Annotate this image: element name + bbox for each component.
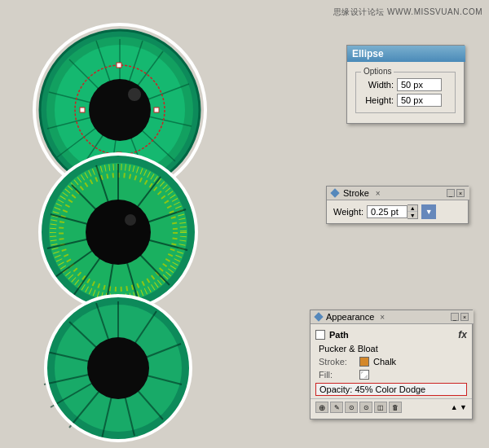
appearance-minimize-btn[interactable]: _ xyxy=(451,313,459,321)
appearance-panel: Appearance × _ × Path fx Pucker & Bloat … xyxy=(310,310,473,419)
svg-point-24 xyxy=(128,88,141,101)
pucker-row: Pucker & Bloat xyxy=(311,342,472,355)
svg-rect-18 xyxy=(154,108,159,112)
stroke-tab-diamond xyxy=(330,188,339,197)
path-color-swatch xyxy=(315,330,325,340)
stroke-body: Weight: ▲ ▼ ▼ xyxy=(327,200,468,223)
appearance-close-btn[interactable]: × xyxy=(460,313,469,321)
stroke-weight-label: Weight: xyxy=(333,207,363,217)
footer-icon-5[interactable]: ◫ xyxy=(374,402,387,413)
appearance-win-controls: _ × xyxy=(450,313,469,321)
footer-icon-6[interactable]: 🗑 xyxy=(389,402,402,413)
options-label: Options xyxy=(361,67,394,76)
appearance-close[interactable]: × xyxy=(380,313,385,322)
footer-icons: ⊕ ✎ ⊙ ⊙ ◫ 🗑 xyxy=(315,402,402,413)
footer-icon-4[interactable]: ⊙ xyxy=(359,402,372,413)
footer-icon-3[interactable]: ⊙ xyxy=(345,402,358,413)
ellipse-panel: Ellipse Options Width: Height: xyxy=(346,45,465,124)
ellipse-panel-title: Ellipse xyxy=(347,46,465,62)
height-label: Height: xyxy=(361,95,394,105)
appearance-title-text: Appearance xyxy=(326,312,374,322)
stroke-close-btn[interactable]: × xyxy=(456,189,465,197)
stroke-win-controls: _ × xyxy=(446,189,465,197)
stroke-close[interactable]: × xyxy=(376,189,381,198)
width-label: Width: xyxy=(361,80,394,90)
stroke-panel: Stroke × _ × Weight: ▲ ▼ ▼ xyxy=(326,186,469,224)
stroke-title-text: Stroke xyxy=(343,188,369,198)
appearance-tab: Appearance × xyxy=(315,312,385,322)
stroke-panel-titlebar: Stroke × _ × xyxy=(327,187,469,200)
svg-rect-19 xyxy=(117,63,121,68)
svg-rect-20 xyxy=(80,108,85,112)
appearance-footer: ⊕ ✎ ⊙ ⊙ ◫ 🗑 ▲ ▼ xyxy=(311,398,472,415)
options-group: Options Width: Height: xyxy=(355,72,456,113)
opacity-label: Opacity: 45% Color Dodge xyxy=(319,384,425,394)
svg-point-64 xyxy=(87,337,149,399)
eye-2-svg xyxy=(33,151,204,314)
footer-icon-2[interactable]: ✎ xyxy=(330,402,343,413)
svg-point-46 xyxy=(125,214,136,226)
panel-scroll-arrows: ▲ ▼ xyxy=(451,403,467,411)
pucker-label: Pucker & Bloat xyxy=(319,344,378,354)
fill-appearance-label: Fill: xyxy=(319,370,355,380)
path-label: Path xyxy=(329,330,349,340)
eye-3-container xyxy=(33,293,204,446)
appearance-diamond xyxy=(314,312,323,321)
fill-appearance-row: Fill: xyxy=(311,368,472,381)
stroke-appearance-value: Chalk xyxy=(373,357,396,367)
ellipse-title-text: Ellipse xyxy=(352,48,384,59)
width-input[interactable] xyxy=(397,78,442,91)
stroke-dropdown-btn[interactable]: ▼ xyxy=(421,204,436,219)
path-header-row: Path fx xyxy=(311,327,472,342)
stroke-appearance-label: Stroke: xyxy=(319,357,355,367)
width-row: Width: xyxy=(361,78,450,91)
stroke-up-arrow[interactable]: ▲ xyxy=(408,205,417,212)
stroke-stepper-arrows: ▲ ▼ xyxy=(408,204,418,219)
stroke-appearance-row: Stroke: Chalk xyxy=(311,355,472,368)
height-row: Height: xyxy=(361,94,450,107)
eye-2-container xyxy=(33,151,204,315)
fx-icon[interactable]: fx xyxy=(458,329,467,340)
scroll-up-icon[interactable]: ▲ xyxy=(451,403,458,411)
appearance-panel-titlebar: Appearance × _ × xyxy=(311,310,474,324)
scroll-down-icon[interactable]: ▼ xyxy=(460,403,467,411)
stroke-weight-input[interactable] xyxy=(367,205,408,218)
stroke-down-arrow[interactable]: ▼ xyxy=(408,212,417,218)
stroke-minimize-btn[interactable]: _ xyxy=(447,189,455,197)
svg-point-23 xyxy=(89,79,151,141)
stroke-color-swatch xyxy=(359,357,369,367)
footer-icon-1[interactable]: ⊕ xyxy=(315,402,328,413)
svg-point-45 xyxy=(86,200,151,265)
eye-3-svg xyxy=(33,293,204,444)
watermark-text: 思缘设计论坛 WWW.MISSVUAN.COM xyxy=(333,7,482,18)
opacity-row: Opacity: 45% Color Dodge xyxy=(315,383,467,396)
appearance-body: Path fx Pucker & Bloat Stroke: Chalk Fil… xyxy=(311,324,472,419)
stroke-title-left: Stroke × xyxy=(332,188,381,198)
stroke-weight-stepper: ▲ ▼ xyxy=(367,204,418,219)
fill-swatch xyxy=(359,370,369,380)
height-input[interactable] xyxy=(397,94,442,107)
